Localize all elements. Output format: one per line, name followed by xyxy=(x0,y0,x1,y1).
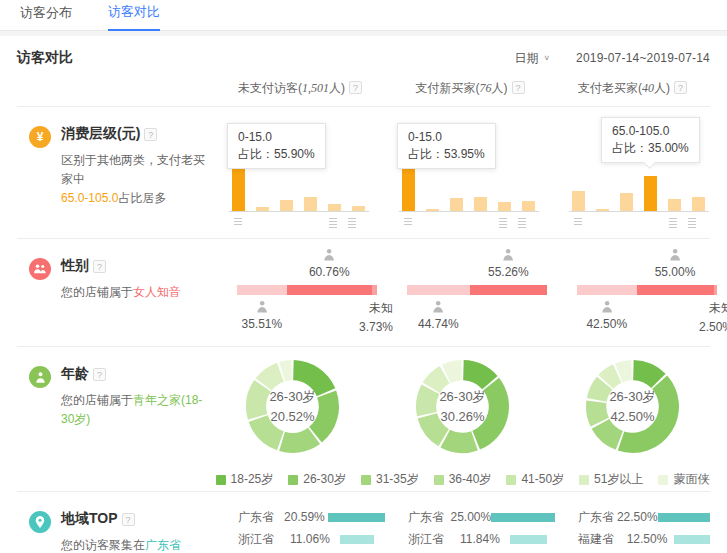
gender-desc: 您的店铺属于女人知音 xyxy=(61,283,181,302)
legend-item[interactable]: 18-25岁 xyxy=(216,471,274,488)
region-bar xyxy=(491,513,555,522)
help-icon[interactable]: ? xyxy=(144,128,157,141)
unknown-stat: 未知2.50% xyxy=(699,299,727,337)
help-icon[interactable]: ? xyxy=(93,368,106,381)
bar[interactable] xyxy=(256,207,269,211)
age-desc: 您的店铺属于青年之家(18-30岁) xyxy=(61,391,215,429)
bar[interactable] xyxy=(450,198,463,211)
male-stat: 35.51% xyxy=(241,299,282,332)
age-donut-new-buyers[interactable]: 26-30岁30.26% xyxy=(415,359,510,454)
bar[interactable] xyxy=(426,209,439,211)
bar[interactable] xyxy=(304,197,317,211)
chevron-down-icon[interactable]: ∨ xyxy=(543,54,550,62)
spacer xyxy=(17,80,215,106)
legend-swatch xyxy=(658,475,668,485)
gender-chart-unpaid[interactable]: 60.76% 35.51% 未知3.73% xyxy=(237,247,377,341)
female-stat: 60.76% xyxy=(309,247,350,280)
date-dropdown[interactable]: 日期 xyxy=(514,50,538,67)
legend-item[interactable]: 41-50岁 xyxy=(506,471,564,488)
region-row: 广东省25.00% xyxy=(408,506,555,528)
help-icon[interactable]: ? xyxy=(349,81,362,94)
help-icon[interactable]: ? xyxy=(93,260,106,273)
row-title-gender: 性别 xyxy=(61,257,89,275)
region-pct: 25.00% xyxy=(450,510,491,524)
region-bar xyxy=(674,535,711,544)
consumption-chart-old-buyers[interactable]: 65.0-105.0占比：35.00% xyxy=(565,107,717,238)
bar[interactable] xyxy=(620,193,633,211)
donut-center-label: 26-30岁20.52% xyxy=(245,359,340,454)
female-icon xyxy=(322,247,337,262)
tab-visitor-compare[interactable]: 访客对比 xyxy=(108,3,160,31)
region-row: 福建省12.50% xyxy=(578,528,710,550)
gender-chart-new-buyers[interactable]: 55.26% 44.74% 未知 xyxy=(407,247,547,341)
male-segment[interactable] xyxy=(237,285,287,295)
bar[interactable] xyxy=(572,191,585,211)
bar[interactable] xyxy=(498,202,511,211)
male-icon xyxy=(254,299,269,314)
axis-tick-label xyxy=(348,218,356,229)
axis-tick-label xyxy=(234,218,242,226)
row-title-age: 年龄 xyxy=(61,365,89,383)
male-icon xyxy=(599,299,614,314)
bar[interactable] xyxy=(328,204,341,211)
legend-swatch xyxy=(506,475,516,485)
axis-tick-label xyxy=(499,218,507,229)
female-segment[interactable] xyxy=(470,285,547,295)
axis-tick-label xyxy=(518,218,526,229)
region-bar xyxy=(328,513,385,522)
region-row: 广东省20.59% xyxy=(238,506,385,528)
legend-swatch xyxy=(579,475,589,485)
region-pct: 12.50% xyxy=(627,532,674,546)
region-chart-new-buyers[interactable]: 广东省25.00%浙江省11.84% xyxy=(408,506,555,553)
bar[interactable] xyxy=(596,209,609,211)
help-icon[interactable]: ? xyxy=(674,81,687,94)
legend-item[interactable]: 36-40岁 xyxy=(434,471,492,488)
help-icon[interactable]: ? xyxy=(122,513,135,526)
legend-item[interactable]: 蒙面侠 xyxy=(658,471,709,488)
consumption-chart-new-buyers[interactable]: 0-15.0占比：53.95% xyxy=(395,107,547,238)
region-pct: 22.50% xyxy=(617,510,658,524)
tab-visitor-distribution[interactable]: 访客分布 xyxy=(20,4,72,30)
bar[interactable] xyxy=(280,200,293,211)
bar[interactable] xyxy=(644,176,657,211)
age-donut-old-buyers[interactable]: 26-30岁42.50% xyxy=(585,359,680,454)
female-segment[interactable] xyxy=(637,285,714,295)
location-icon xyxy=(29,511,51,533)
region-name: 福建省 xyxy=(578,531,627,548)
bar[interactable] xyxy=(692,197,705,211)
chart-tooltip: 0-15.0占比：53.95% xyxy=(397,123,496,169)
region-chart-unpaid[interactable]: 广东省20.59%浙江省11.06% xyxy=(238,506,385,553)
region-desc: 您的访客聚集在广东省 xyxy=(61,536,181,553)
legend-swatch xyxy=(216,475,226,485)
male-segment[interactable] xyxy=(577,285,637,295)
help-icon[interactable]: ? xyxy=(512,81,525,94)
unknown-stat: 未知3.73% xyxy=(359,299,393,337)
consumption-chart-unpaid[interactable]: 0-15.0占比：55.90% xyxy=(225,107,377,238)
legend-item[interactable]: 31-35岁 xyxy=(361,471,419,488)
axis-tick-label xyxy=(329,218,337,229)
bar[interactable] xyxy=(522,201,535,211)
gender-icon xyxy=(29,258,51,280)
legend-item[interactable]: 26-30岁 xyxy=(288,471,346,488)
age-donut-unpaid[interactable]: 26-30岁20.52% xyxy=(245,359,340,454)
legend-swatch xyxy=(361,475,371,485)
region-pct: 11.84% xyxy=(460,532,510,546)
gender-chart-old-buyers[interactable]: 55.00% 42.50% 未知2.50% xyxy=(577,247,717,341)
unknown-segment[interactable] xyxy=(714,285,718,295)
female-segment[interactable] xyxy=(287,285,372,295)
region-chart-old-buyers[interactable]: 广东省22.50%福建省12.50% xyxy=(578,506,710,553)
female-icon xyxy=(501,247,516,262)
male-segment[interactable] xyxy=(407,285,470,295)
bar[interactable] xyxy=(352,206,365,211)
axis-tick-label xyxy=(669,218,677,229)
unknown-segment[interactable] xyxy=(372,285,377,295)
legend-swatch xyxy=(434,475,444,485)
date-range[interactable]: 2019-07-14~2019-07-14 xyxy=(576,51,710,65)
gender-bar xyxy=(407,285,547,295)
legend-item[interactable]: 51岁以上 xyxy=(579,471,643,488)
page-title: 访客对比 xyxy=(17,49,73,67)
region-pct: 11.06% xyxy=(290,532,340,546)
bar[interactable] xyxy=(668,199,681,211)
chart-tooltip: 65.0-105.0占比：35.00% xyxy=(601,117,700,163)
bar[interactable] xyxy=(474,197,487,211)
